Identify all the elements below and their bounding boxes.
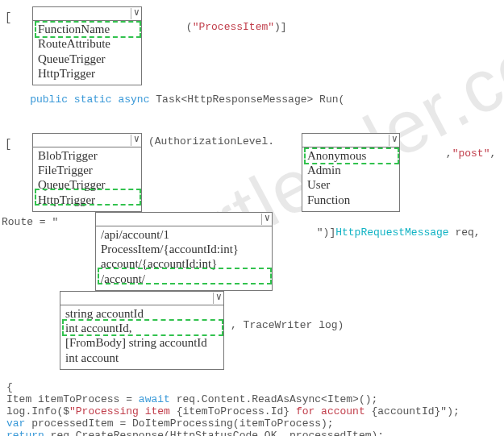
bracket-open-1: [ <box>5 11 11 24</box>
brace-open: { <box>6 381 13 393</box>
chevron-down-icon: ∨ <box>213 293 222 304</box>
string-literal: "Processing item <box>69 405 177 417</box>
chevron-down-icon: ∨ <box>389 135 398 146</box>
dropdown-option[interactable]: FileTrigger <box>38 164 136 178</box>
after-text-2: ,"post", <box>408 136 496 172</box>
after-text-1: ("ProcessItem")] <box>148 10 287 46</box>
close-quote-bracket: ")] <box>317 226 335 239</box>
tracewriter-text: , TraceWriter log) <box>231 320 344 332</box>
dropdown-route[interactable]: ∨ /api/account/1 ProcessItem/{accountId:… <box>95 212 273 291</box>
dropdown-option[interactable]: [FromBody] string accountId <box>65 336 219 351</box>
dropdown-option[interactable]: BlobTrigger <box>38 149 136 164</box>
keyword-static: static <box>74 93 112 106</box>
dropdown-option[interactable]: /api/account/1 <box>101 228 267 243</box>
dropdown-option[interactable]: HttpTrigger <box>38 193 136 208</box>
code-line-3: processedItem = DoItemProcessing(itemToP… <box>25 417 333 430</box>
code-body: { Item itemToProcess = await req.Content… <box>6 370 499 436</box>
dropdown-option[interactable]: HttpTrigger <box>38 67 136 81</box>
string-literal: for account <box>289 405 371 417</box>
after-text-3: ")]HttpRequestMessage req, <box>279 215 481 251</box>
string-literal: "post" <box>452 147 490 160</box>
req-var: req, <box>449 226 481 239</box>
dropdown-option[interactable]: QueueTrigger <box>38 178 136 193</box>
dropdown-header[interactable]: ∨ <box>33 134 141 147</box>
dropdown-authlevel[interactable]: ∨ Anonymous Admin User Function <box>302 133 400 212</box>
keyword-async: async <box>118 93 149 106</box>
dropdown-attribute[interactable]: ∨ FunctionName RouteAttribute QueueTrigg… <box>32 6 142 85</box>
chevron-down-icon: ∨ <box>131 8 140 19</box>
dropdown-option[interactable]: Anonymous <box>307 149 394 164</box>
dropdown-trigger[interactable]: ∨ BlobTrigger FileTrigger QueueTrigger H… <box>32 133 142 212</box>
dropdown-option[interactable]: int account <box>65 351 219 366</box>
dropdown-header[interactable]: ∨ <box>33 7 141 21</box>
paren-close: )] <box>274 21 287 33</box>
dropdown-option[interactable]: /account/ <box>101 272 267 287</box>
dropdown-option[interactable]: Admin <box>307 164 394 178</box>
dropdown-header[interactable]: ∨ <box>96 213 272 226</box>
comma: , <box>446 147 452 160</box>
code-line-1b: req.Content.ReadAsAsync<Item>(); <box>170 393 377 405</box>
bracket-open-2: [ <box>5 138 11 151</box>
signature-rest: Task<HttpResponseMessage> Run( <box>149 93 344 106</box>
dropdown-option[interactable]: account/{accountId:int} <box>101 257 267 272</box>
dropdown-option[interactable]: string accountId <box>65 307 219 322</box>
dropdown-option[interactable]: FunctionName <box>38 23 136 37</box>
dropdown-option[interactable]: ProcessItem/{accountId:int} <box>101 243 267 257</box>
method-signature: public static async Task<HttpResponseMes… <box>5 82 499 118</box>
chevron-down-icon: ∨ <box>261 214 270 225</box>
dropdown-option[interactable]: int accountId, <box>65 322 219 336</box>
dropdown-header[interactable]: ∨ <box>302 134 399 147</box>
dropdown-option[interactable]: RouteAttribute <box>38 37 136 52</box>
route-prefix: Route = " <box>2 217 58 229</box>
keyword-await: await <box>139 393 170 405</box>
interp-expr: {itemToProcess.Id} <box>177 405 289 417</box>
dropdown-option[interactable]: Function <box>307 193 394 208</box>
type-httprequestmessage: HttpRequestMessage <box>335 226 448 239</box>
dropdown-header[interactable]: ∨ <box>60 292 223 305</box>
keyword-return: return <box>6 430 44 437</box>
dropdown-option[interactable]: QueueTrigger <box>38 52 136 67</box>
code-line-2-close: ); <box>447 405 460 417</box>
keyword-var: var <box>6 417 25 430</box>
interp-expr: {accountId}" <box>372 405 448 417</box>
keyword-public: public <box>30 93 68 106</box>
code-line-2a: log.Info($ <box>6 405 69 417</box>
dropdown-option[interactable]: User <box>307 178 394 193</box>
string-literal: "ProcessItem" <box>193 21 274 33</box>
code-line-4: req.CreateResponse(HttpStatusCode.OK, pr… <box>44 430 384 437</box>
chevron-down-icon: ∨ <box>131 135 140 146</box>
code-line-1a: Item itemToProcess = <box>6 393 139 405</box>
dropdown-param[interactable]: ∨ string accountId int accountId, [FromB… <box>60 291 224 370</box>
comma-close: , <box>489 147 496 160</box>
auth-level-text: (AuthorizationLevel. <box>148 136 274 148</box>
paren-open: ( <box>186 21 193 33</box>
